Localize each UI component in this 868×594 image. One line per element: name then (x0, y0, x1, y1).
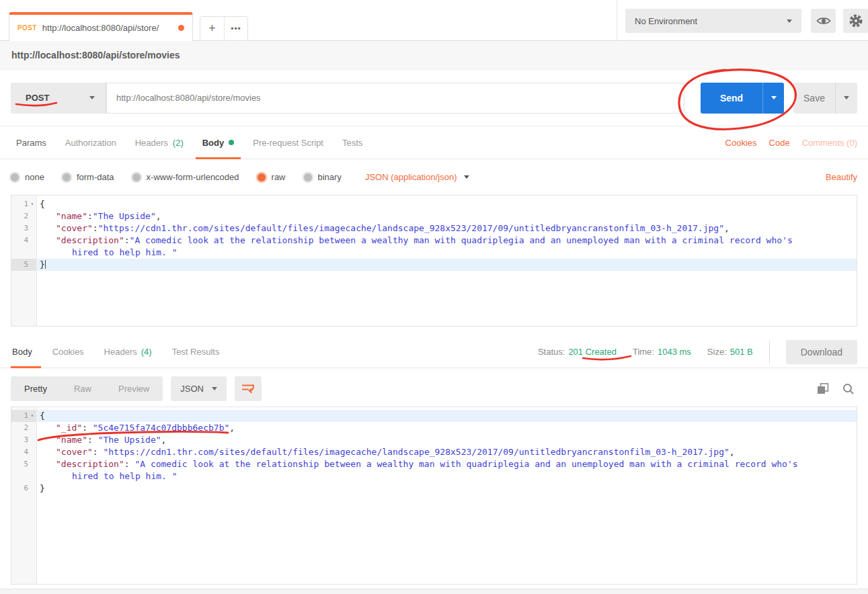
response-body-editor[interactable]: 1▾{2"_id": "5c4e715fa74c07dbbb6ecb7b",3"… (11, 407, 857, 585)
wrap-lines-icon (241, 383, 255, 394)
time-value: 1043 ms (658, 347, 691, 357)
request-title: http://localhost:8080/api/store/movies (11, 50, 180, 60)
radio-selected-icon (258, 173, 266, 181)
response-toolbar: Pretty Raw Preview JSON (11, 376, 857, 401)
response-view-switch: Pretty Raw Preview (11, 376, 163, 401)
headers-count-badge: (2) (173, 138, 184, 148)
send-button-group: Send (701, 83, 784, 114)
download-button[interactable]: Download (786, 340, 857, 364)
response-language-select[interactable]: JSON (171, 376, 227, 401)
body-filled-dot (229, 140, 234, 145)
send-options-button[interactable] (762, 83, 784, 114)
eye-icon (816, 15, 831, 26)
chevron-down-icon (212, 387, 217, 390)
code-line: 4"cover": "https://cdn1.thr.com/sites/de… (11, 446, 857, 458)
tab-headers[interactable]: Headers (2) (126, 126, 193, 159)
radio-icon (304, 173, 312, 181)
url-value: http://localhost:8080/api/store/movies (116, 93, 261, 103)
response-tab-body[interactable]: Body (11, 336, 42, 368)
beautify-link[interactable]: Beautify (826, 172, 857, 182)
save-options-button[interactable] (835, 83, 857, 114)
tab-pre-request-script[interactable]: Pre-request Script (243, 126, 333, 159)
wrap-lines-button[interactable] (235, 376, 262, 401)
time-badge: Time: 1043 ms (633, 347, 691, 357)
tab-tests[interactable]: Tests (333, 126, 372, 159)
comments-link[interactable]: Comments (0) (802, 138, 857, 148)
status-value: 201 Created (568, 347, 617, 357)
method-label: POST (26, 93, 49, 103)
radio-icon (132, 173, 141, 181)
code-line: 3"cover":"https://cdn1.thr.com/sites/def… (11, 222, 857, 235)
radio-icon (63, 173, 71, 181)
more-tabs-button[interactable]: ••• (224, 17, 247, 40)
code-line: hired to help him. " (11, 247, 857, 259)
tab-method-badge: POST (17, 24, 37, 32)
code-line: 2"_id": "5c4e715fa74c07dbbb6ecb7b", (11, 422, 857, 434)
code-line: 4"description":"A comedic look at the re… (11, 235, 857, 247)
new-tab-button[interactable]: + (200, 17, 224, 40)
tab-url-label: http://localhost:8080/api/store/ (42, 23, 173, 33)
response-tab-headers[interactable]: Headers (4) (94, 336, 162, 368)
body-mode-row: none form-data x-www-form-urlencoded raw… (0, 159, 868, 195)
radio-icon (11, 173, 19, 181)
mode-none[interactable]: none (11, 172, 44, 182)
environment-select[interactable]: No Environment (625, 9, 801, 33)
content-type-select[interactable]: JSON (application/json) (365, 172, 470, 182)
unsaved-changes-dot (178, 25, 184, 31)
status-badge: Status: 201 Created (538, 347, 617, 357)
mode-binary[interactable]: binary (304, 172, 342, 182)
postman-app: POST http://localhost:8080/api/store/ + … (0, 0, 868, 594)
code-line: 5} (11, 259, 857, 271)
size-badge: Size: 501 B (707, 347, 753, 357)
copy-icon[interactable] (817, 383, 829, 395)
code-line: 6} (11, 482, 857, 495)
save-button-group: Save (793, 83, 857, 114)
cookies-link[interactable]: Cookies (725, 138, 757, 148)
search-icon[interactable] (842, 383, 855, 395)
tab-params[interactable]: Params (11, 126, 56, 159)
response-headers-count-badge: (4) (141, 347, 152, 357)
header-divider (617, 0, 617, 40)
chevron-down-icon (787, 19, 792, 23)
tab-tools: + ••• (200, 16, 248, 41)
response-tab-cookies[interactable]: Cookies (42, 336, 94, 368)
save-button[interactable]: Save (793, 83, 835, 114)
chevron-down-icon (844, 96, 849, 99)
code-line: 1▾{ (11, 198, 857, 210)
request-bar: POST http://localhost:8080/api/store/mov… (0, 70, 868, 126)
send-button[interactable]: Send (701, 83, 762, 114)
bottom-status-bar (0, 589, 868, 594)
request-tabs: Params Authorization Headers (2) Body Pr… (0, 126, 868, 159)
gear-icon (849, 13, 863, 28)
code-line: 5"description": "A comedic look at the r… (11, 458, 857, 470)
environment-label: No Environment (635, 16, 697, 26)
code-line: 3"name": "The Upside", (11, 434, 857, 446)
mode-raw[interactable]: raw (258, 172, 286, 182)
environment-quick-look-button[interactable] (811, 9, 836, 33)
response-toolbar-right (817, 383, 857, 395)
tab-strip: POST http://localhost:8080/api/store/ + … (0, 0, 868, 41)
mode-form-data[interactable]: form-data (63, 172, 114, 182)
chevron-down-icon (464, 175, 469, 179)
view-preview[interactable]: Preview (105, 384, 163, 394)
view-pretty[interactable]: Pretty (11, 384, 61, 394)
tab-authorization[interactable]: Authorization (56, 126, 126, 159)
chevron-down-icon (771, 96, 777, 99)
response-meta: Status: 201 Created Time: 1043 ms Size: … (538, 336, 857, 368)
response-header: Body Cookies Headers (4) Test Results St… (0, 336, 868, 368)
request-tab[interactable]: POST http://localhost:8080/api/store/ (9, 12, 193, 41)
tab-body[interactable]: Body (193, 126, 244, 159)
response-tab-test-results[interactable]: Test Results (162, 336, 230, 368)
code-line: 1▾{ (11, 410, 857, 422)
method-select[interactable]: POST (11, 83, 106, 114)
view-raw[interactable]: Raw (61, 384, 105, 394)
request-body-editor[interactable]: 1▾{2"name":"The Upside",3"cover":"https:… (11, 195, 857, 327)
url-input[interactable]: http://localhost:8080/api/store/movies (106, 83, 684, 114)
code-link[interactable]: Code (769, 138, 790, 148)
size-value: 501 B (730, 347, 753, 357)
request-title-bar: http://localhost:8080/api/store/movies (0, 41, 868, 70)
mode-urlencoded[interactable]: x-www-form-urlencoded (132, 172, 239, 182)
request-tabs-links: Cookies Code Comments (0) (725, 126, 857, 159)
code-line: hired to help him. " (11, 470, 857, 482)
settings-button[interactable] (843, 9, 868, 33)
